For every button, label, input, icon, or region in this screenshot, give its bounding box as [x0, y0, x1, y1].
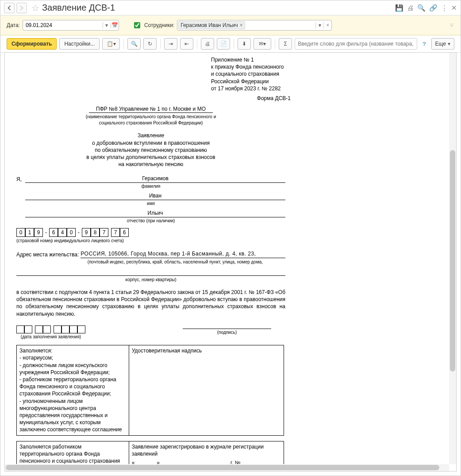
- calendar-icon[interactable]: 📅: [111, 22, 119, 28]
- box1-left-item: - уполномоченным лицом многофункциональн…: [19, 398, 126, 433]
- employee-tag: Герасимов Иван Ильич ×: [178, 21, 245, 29]
- date-spin-icon[interactable]: ▾: [103, 22, 111, 28]
- dash: -: [76, 228, 82, 237]
- date-cell: [54, 325, 61, 333]
- date-input[interactable]: [23, 21, 103, 29]
- employees-field[interactable]: Герасимов Иван Ильич × ▾ ×: [177, 20, 332, 31]
- box1-left-item: - нотариусом;: [19, 354, 126, 361]
- snils-digit: 6: [120, 228, 129, 237]
- save-icon[interactable]: 💾: [395, 4, 403, 12]
- form-code: Форма ДСВ-1: [16, 95, 291, 102]
- forward-button[interactable]: [16, 3, 27, 13]
- generate-button[interactable]: Сформировать: [7, 38, 57, 50]
- expand-button[interactable]: ⇥: [164, 38, 177, 50]
- snils-digit: 9: [34, 228, 43, 237]
- date-cell: [24, 325, 32, 333]
- favorite-icon[interactable]: ☆: [31, 3, 39, 13]
- filter-search-input[interactable]: [295, 38, 417, 50]
- heading-line: на накопительную пенсию: [45, 161, 257, 168]
- back-button[interactable]: [4, 3, 15, 13]
- toolbar: Сформировать Настройки... 📋▾ 🔍 ↻ ⇥ ⇤ 🖨 📄…: [0, 35, 461, 53]
- filter-bar: Дата: ▾ 📅 Сотрудники: Герасимов Иван Иль…: [0, 15, 461, 35]
- snils-cells: 0 1 9 - 6 4 0 - 9 8 7 7 6: [16, 228, 285, 237]
- lastname-caption: фамилия: [16, 183, 285, 190]
- print-icon[interactable]: 🖨: [407, 4, 414, 12]
- close-icon[interactable]: ✕: [451, 4, 457, 12]
- signature-row: (дата заполнения заявления) (подпись): [16, 321, 285, 340]
- signature-caption: (подпись): [183, 329, 271, 336]
- snils-digit: 9: [82, 228, 91, 237]
- document-body: Приложение № 1 к приказу Фонда пенсионно…: [5, 53, 292, 472]
- declaration-paragraph: в соответствии с подпунктом 4 пункта 1 с…: [16, 289, 285, 317]
- more-button[interactable]: Еще ▾: [431, 38, 454, 50]
- snils-digit: 7: [111, 228, 120, 237]
- box1-right: Удостоверительная надпись: [129, 345, 284, 435]
- vertical-scrollbar[interactable]: [449, 53, 456, 464]
- employees-clear-icon[interactable]: ×: [323, 22, 331, 28]
- scrollbar-thumb[interactable]: [450, 150, 455, 372]
- download-button[interactable]: ⬇: [238, 38, 251, 50]
- snils-digit: 6: [49, 228, 58, 237]
- print-button[interactable]: 🖨: [201, 38, 214, 50]
- appendix-line: Российской Федерации: [211, 78, 291, 85]
- snils-digit: 0: [16, 228, 25, 237]
- middlename-caption: отчество (при наличии): [16, 218, 285, 224]
- date-cell: [16, 325, 24, 333]
- title-bar: ☆ Заявление ДСВ-1 💾 🖨 🔍 🔗 ⋮ ✕: [0, 0, 461, 15]
- sum-button[interactable]: Σ: [279, 38, 292, 50]
- signature-line: [183, 321, 271, 329]
- org-name: ПФР №8 Управление № 1 по г. Москве и МО: [89, 105, 213, 113]
- address-line2: [16, 269, 285, 276]
- email-dropdown-button[interactable]: ✉▾: [254, 38, 271, 50]
- firstname-value: Иван: [25, 192, 285, 200]
- filter-icon[interactable]: ⑂: [450, 22, 453, 29]
- settings-button[interactable]: Настройки...: [59, 38, 100, 50]
- help-icon[interactable]: ?: [423, 41, 426, 47]
- refresh-button[interactable]: ↻: [143, 38, 157, 50]
- snils-digit: 1: [25, 228, 34, 237]
- date-fill-cells: [16, 325, 85, 333]
- date-fill-caption: (дата заполнения заявления): [16, 334, 85, 340]
- snils-digit: 8: [91, 228, 100, 237]
- tag-remove-icon[interactable]: ×: [240, 22, 243, 28]
- lastname-value: Герасимов: [25, 175, 285, 183]
- address-caption-1: (почтовый индекс, республика, край, обла…: [16, 259, 285, 265]
- employees-dropdown-icon[interactable]: ▾: [315, 22, 323, 28]
- snils-digit: 4: [58, 228, 67, 237]
- scrollbar-thumb[interactable]: [6, 465, 439, 470]
- box1-left-heading: Заполняется:: [19, 347, 126, 354]
- employee-tag-text: Герасимов Иван Ильич: [181, 22, 238, 28]
- date-input-wrap: ▾ 📅: [23, 20, 119, 31]
- box1-left-item: - работником территориального органа Фон…: [19, 376, 126, 398]
- heading-line: о добровольном вступлении в правоотношен…: [45, 139, 257, 147]
- employees-checkbox[interactable]: [134, 22, 140, 28]
- collapse-button[interactable]: ⇤: [180, 38, 193, 50]
- page-title: Заявление ДСВ-1: [42, 3, 115, 13]
- date-label: Дата:: [7, 22, 20, 28]
- employees-label: Сотрудники:: [144, 22, 174, 28]
- address-label: Адрес места жительства:: [16, 251, 79, 258]
- date-cell: [69, 325, 77, 333]
- i-label: Я,: [16, 176, 22, 183]
- box2-right-line1: Заявление зарегистрировано в журнале рег…: [132, 443, 281, 457]
- address-caption-2: корпус, номер квартиры): [16, 277, 285, 283]
- notary-table: Заполняется: - нотариусом; - должностным…: [16, 345, 284, 435]
- copy-dropdown-button[interactable]: 📋▾: [102, 38, 120, 50]
- address-value: РОССИЯ, 105066, Город Москва, пер 1-й Ба…: [81, 250, 285, 258]
- org-note: (наименование территориального органа Фо…: [85, 114, 217, 126]
- appendix-block: Приложение № 1 к приказу Фонда пенсионно…: [211, 56, 291, 92]
- appendix-line: от 17 ноября 2023 г. № 2282: [211, 85, 291, 92]
- appendix-line: к приказу Фонда пенсионного: [211, 63, 291, 70]
- menu-icon[interactable]: ⋮: [441, 4, 448, 12]
- horizontal-scrollbar[interactable]: [5, 464, 449, 471]
- snils-digit: 0: [67, 228, 76, 237]
- pdf-button[interactable]: 📄: [217, 38, 230, 50]
- date-cell: [43, 325, 51, 333]
- date-cell: [35, 325, 43, 333]
- link-icon[interactable]: 🔗: [429, 4, 438, 12]
- preview-icon[interactable]: 🔍: [417, 4, 426, 12]
- date-cell: [77, 325, 85, 333]
- document-viewport: Приложение № 1 к приказу Фонда пенсионно…: [4, 52, 457, 472]
- doc-heading: Заявление о добровольном вступлении в пр…: [45, 132, 257, 168]
- find-button[interactable]: 🔍: [127, 38, 141, 50]
